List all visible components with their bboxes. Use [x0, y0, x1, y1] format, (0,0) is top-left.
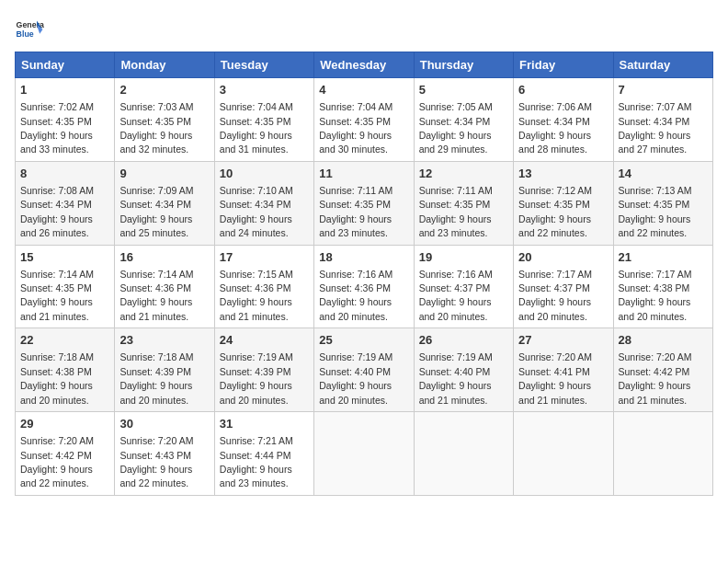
calendar-cell: 31Sunrise: 7:21 AMSunset: 4:44 PMDayligh…: [214, 412, 313, 496]
day-number: 4: [319, 82, 408, 98]
calendar-cell: 18Sunrise: 7:16 AMSunset: 4:36 PMDayligh…: [314, 245, 414, 328]
calendar-cell: 28Sunrise: 7:20 AMSunset: 4:42 PMDayligh…: [613, 328, 712, 412]
day-info: Sunrise: 7:13 AMSunset: 4:35 PMDaylight:…: [619, 185, 692, 238]
calendar-cell: [314, 412, 414, 496]
day-number: 6: [518, 82, 608, 98]
day-number: 13: [518, 166, 608, 182]
day-number: 14: [619, 166, 708, 182]
weekday-header-monday: Monday: [115, 52, 214, 78]
day-info: Sunrise: 7:16 AMSunset: 4:36 PMDaylight:…: [319, 269, 392, 322]
calendar-cell: 30Sunrise: 7:20 AMSunset: 4:43 PMDayligh…: [115, 412, 214, 496]
weekday-header-thursday: Thursday: [414, 52, 513, 78]
calendar-cell: 27Sunrise: 7:20 AMSunset: 4:41 PMDayligh…: [514, 328, 613, 412]
day-info: Sunrise: 7:11 AMSunset: 4:35 PMDaylight:…: [419, 185, 493, 238]
day-number: 2: [119, 82, 209, 98]
day-number: 30: [119, 416, 209, 432]
day-number: 22: [20, 332, 109, 349]
day-number: 9: [119, 166, 209, 182]
day-info: Sunrise: 7:21 AMSunset: 4:44 PMDaylight:…: [220, 435, 293, 488]
calendar-cell: 6Sunrise: 7:06 AMSunset: 4:34 PMDaylight…: [514, 78, 613, 162]
day-info: Sunrise: 7:15 AMSunset: 4:36 PMDaylight:…: [220, 269, 293, 322]
day-number: 17: [220, 249, 309, 266]
day-info: Sunrise: 7:10 AMSunset: 4:34 PMDaylight:…: [220, 185, 293, 238]
day-number: 3: [220, 82, 309, 98]
day-number: 16: [119, 249, 209, 266]
logo-icon: General Blue: [15, 15, 44, 44]
calendar-cell: 12Sunrise: 7:11 AMSunset: 4:35 PMDayligh…: [414, 161, 513, 245]
calendar-cell: 23Sunrise: 7:18 AMSunset: 4:39 PMDayligh…: [115, 328, 214, 412]
calendar-cell: 5Sunrise: 7:05 AMSunset: 4:34 PMDaylight…: [414, 78, 513, 162]
calendar-cell: 16Sunrise: 7:14 AMSunset: 4:36 PMDayligh…: [115, 245, 214, 328]
day-info: Sunrise: 7:04 AMSunset: 4:35 PMDaylight:…: [319, 101, 392, 155]
day-info: Sunrise: 7:05 AMSunset: 4:34 PMDaylight:…: [419, 101, 493, 155]
day-number: 19: [419, 249, 508, 266]
calendar-cell: 11Sunrise: 7:11 AMSunset: 4:35 PMDayligh…: [314, 161, 414, 245]
day-number: 21: [619, 249, 708, 266]
calendar-week-5: 29Sunrise: 7:20 AMSunset: 4:42 PMDayligh…: [16, 412, 713, 496]
calendar-cell: 14Sunrise: 7:13 AMSunset: 4:35 PMDayligh…: [613, 161, 712, 245]
day-number: 27: [518, 332, 608, 349]
day-info: Sunrise: 7:07 AMSunset: 4:34 PMDaylight:…: [619, 101, 692, 155]
svg-text:Blue: Blue: [17, 29, 34, 39]
day-number: 7: [619, 82, 708, 98]
calendar-week-3: 15Sunrise: 7:14 AMSunset: 4:35 PMDayligh…: [16, 245, 713, 328]
calendar-cell: 10Sunrise: 7:10 AMSunset: 4:34 PMDayligh…: [214, 161, 313, 245]
day-number: 31: [220, 416, 309, 432]
calendar-cell: [414, 412, 513, 496]
header: General Blue: [15, 15, 713, 44]
day-number: 12: [419, 166, 508, 182]
day-info: Sunrise: 7:20 AMSunset: 4:41 PMDaylight:…: [518, 351, 592, 405]
day-info: Sunrise: 7:12 AMSunset: 4:35 PMDaylight:…: [518, 185, 592, 238]
calendar-cell: 7Sunrise: 7:07 AMSunset: 4:34 PMDaylight…: [613, 78, 712, 162]
day-info: Sunrise: 7:16 AMSunset: 4:37 PMDaylight:…: [419, 269, 493, 322]
day-info: Sunrise: 7:06 AMSunset: 4:34 PMDaylight:…: [518, 101, 592, 155]
day-number: 29: [20, 416, 109, 432]
weekday-header-friday: Friday: [514, 52, 613, 78]
calendar-cell: 9Sunrise: 7:09 AMSunset: 4:34 PMDaylight…: [115, 161, 214, 245]
day-info: Sunrise: 7:14 AMSunset: 4:35 PMDaylight:…: [20, 269, 94, 322]
calendar-cell: 20Sunrise: 7:17 AMSunset: 4:37 PMDayligh…: [514, 245, 613, 328]
calendar-cell: 29Sunrise: 7:20 AMSunset: 4:42 PMDayligh…: [16, 412, 115, 496]
weekday-header-wednesday: Wednesday: [314, 52, 414, 78]
day-info: Sunrise: 7:17 AMSunset: 4:38 PMDaylight:…: [619, 269, 692, 322]
calendar-cell: 26Sunrise: 7:19 AMSunset: 4:40 PMDayligh…: [414, 328, 513, 412]
day-number: 28: [619, 332, 708, 349]
calendar-cell: 17Sunrise: 7:15 AMSunset: 4:36 PMDayligh…: [214, 245, 313, 328]
calendar-cell: 24Sunrise: 7:19 AMSunset: 4:39 PMDayligh…: [214, 328, 313, 412]
day-info: Sunrise: 7:09 AMSunset: 4:34 PMDaylight:…: [119, 185, 193, 238]
calendar-week-1: 1Sunrise: 7:02 AMSunset: 4:35 PMDaylight…: [16, 78, 713, 162]
day-number: 18: [319, 249, 408, 266]
day-info: Sunrise: 7:02 AMSunset: 4:35 PMDaylight:…: [20, 101, 94, 155]
day-number: 20: [518, 249, 608, 266]
day-info: Sunrise: 7:14 AMSunset: 4:36 PMDaylight:…: [119, 269, 193, 322]
day-info: Sunrise: 7:08 AMSunset: 4:34 PMDaylight:…: [20, 185, 94, 238]
day-info: Sunrise: 7:04 AMSunset: 4:35 PMDaylight:…: [220, 101, 293, 155]
day-info: Sunrise: 7:20 AMSunset: 4:43 PMDaylight:…: [119, 435, 193, 488]
calendar-cell: 3Sunrise: 7:04 AMSunset: 4:35 PMDaylight…: [214, 78, 313, 162]
calendar-cell: [613, 412, 712, 496]
day-number: 11: [319, 166, 408, 182]
calendar-cell: [514, 412, 613, 496]
day-number: 24: [220, 332, 309, 349]
day-number: 8: [20, 166, 109, 182]
day-number: 1: [20, 82, 109, 98]
logo: General Blue: [15, 15, 44, 44]
day-info: Sunrise: 7:03 AMSunset: 4:35 PMDaylight:…: [119, 101, 193, 155]
calendar-week-2: 8Sunrise: 7:08 AMSunset: 4:34 PMDaylight…: [16, 161, 713, 245]
calendar-cell: 8Sunrise: 7:08 AMSunset: 4:34 PMDaylight…: [16, 161, 115, 245]
day-info: Sunrise: 7:19 AMSunset: 4:40 PMDaylight:…: [319, 351, 392, 405]
day-info: Sunrise: 7:19 AMSunset: 4:39 PMDaylight:…: [220, 351, 293, 405]
calendar-cell: 1Sunrise: 7:02 AMSunset: 4:35 PMDaylight…: [16, 78, 115, 162]
day-number: 26: [419, 332, 508, 349]
day-number: 23: [119, 332, 209, 349]
weekday-header-tuesday: Tuesday: [214, 52, 313, 78]
day-number: 5: [419, 82, 508, 98]
calendar-cell: 13Sunrise: 7:12 AMSunset: 4:35 PMDayligh…: [514, 161, 613, 245]
weekday-header-sunday: Sunday: [16, 52, 115, 78]
day-info: Sunrise: 7:18 AMSunset: 4:39 PMDaylight:…: [119, 351, 193, 405]
day-info: Sunrise: 7:11 AMSunset: 4:35 PMDaylight:…: [319, 185, 392, 238]
calendar-cell: 22Sunrise: 7:18 AMSunset: 4:38 PMDayligh…: [16, 328, 115, 412]
day-info: Sunrise: 7:19 AMSunset: 4:40 PMDaylight:…: [419, 351, 493, 405]
calendar-table: SundayMondayTuesdayWednesdayThursdayFrid…: [15, 52, 713, 496]
day-info: Sunrise: 7:17 AMSunset: 4:37 PMDaylight:…: [518, 269, 592, 322]
